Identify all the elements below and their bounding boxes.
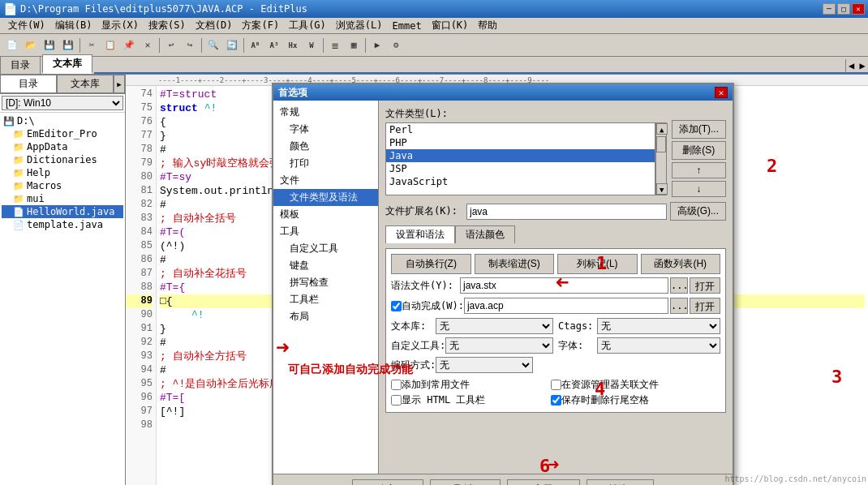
cb-html-toolbar[interactable] [391, 395, 402, 406]
auto-wrap-btn[interactable]: 自动换行(Z) [391, 254, 471, 274]
maximize-button[interactable]: □ [837, 3, 850, 15]
dialog-close-button[interactable]: ✕ [715, 87, 728, 98]
func-list-btn[interactable]: 函数列表(H) [641, 254, 721, 274]
apply-button[interactable]: ← 应用(U) [507, 479, 580, 485]
menu-emmet[interactable]: Emmet [388, 19, 427, 33]
ft-perl[interactable]: Perl [386, 123, 655, 136]
new-button[interactable]: 📄 [3, 36, 21, 54]
cb-common-file[interactable] [391, 380, 402, 390]
save-button[interactable]: 💾 [41, 36, 58, 54]
syntax-open-btn[interactable]: 打开 [690, 277, 720, 294]
scroll-thumb[interactable] [656, 136, 666, 152]
customtool-select[interactable]: 无 [445, 337, 553, 354]
cat-tools[interactable]: 工具 [273, 223, 378, 240]
ft-php[interactable]: PHP [386, 136, 655, 149]
tree-item-template[interactable]: 📄 template.java [2, 218, 123, 231]
tab-arrow[interactable]: ◀ [845, 59, 857, 74]
cat-spellcheck[interactable]: 拼写检查 [273, 274, 378, 291]
autocomplete-checkbox[interactable] [391, 301, 402, 311]
cat-file[interactable]: 文件 [273, 172, 378, 189]
redo-button[interactable]: ↪ [181, 36, 199, 54]
format-btn2[interactable]: A³ [265, 36, 283, 54]
tab-settings-syntax[interactable]: 设置和语法 [385, 225, 455, 243]
format-btn3[interactable]: Hx [284, 36, 302, 54]
tab-syntax-color[interactable]: 语法颜色 [455, 225, 515, 243]
scroll-up[interactable]: ▲ [656, 123, 668, 135]
tree-item-dictionaries[interactable]: 📁 Dictionaries [2, 153, 123, 166]
cb-explorer[interactable] [551, 380, 561, 390]
debug-btn[interactable]: ⚙ [387, 36, 405, 54]
tree-item-appdata[interactable]: 📁 AppData [2, 140, 123, 153]
scroll-down[interactable]: ▼ [656, 183, 668, 195]
sidebar-tab-textlib[interactable]: 文本库 [57, 75, 114, 93]
undo-button[interactable]: ↩ [162, 36, 180, 54]
menu-edit[interactable]: 编辑(B) [50, 17, 97, 34]
replace-button[interactable]: 🔄 [223, 36, 241, 54]
autocomplete-input[interactable] [464, 298, 668, 314]
cat-color[interactable]: 颜色 [273, 138, 378, 155]
ft-javascript[interactable]: JavaScript [386, 175, 655, 188]
tab-arrow-right[interactable]: ▶ [857, 59, 868, 74]
encoding-select[interactable]: 无 [436, 357, 533, 373]
ctags-select[interactable]: 无 [597, 318, 720, 334]
cancel-button[interactable]: ✕ 取消(X) [430, 479, 501, 485]
open-button[interactable]: 📂 [22, 36, 40, 54]
format-btn4[interactable]: W [303, 36, 320, 54]
cat-general[interactable]: 常规 [273, 104, 378, 121]
paste-button[interactable]: 📌 [120, 36, 138, 54]
cat-font[interactable]: 字体 [273, 121, 378, 138]
menu-view[interactable]: 显示(X) [97, 17, 144, 34]
help-button[interactable]: ? 帮助(B) [587, 479, 655, 485]
autocomplete-open-btn[interactable]: 打开 [690, 298, 720, 314]
tab-textlib[interactable]: 文本库 [42, 54, 92, 74]
ok-button[interactable]: ✔ 确定(O) [352, 479, 423, 485]
tree-item-macros[interactable]: 📁 Macros [2, 179, 123, 192]
sidebar-tab-dir[interactable]: 目录 [0, 75, 57, 93]
syntax-dots-btn[interactable]: ... [670, 277, 688, 294]
save-all-button[interactable]: 💾 [59, 36, 77, 54]
sidebar-expand[interactable]: ▶ [114, 75, 125, 93]
menu-search[interactable]: 搜索(S) [144, 17, 191, 34]
move-down-button[interactable]: ↓ [672, 181, 726, 197]
cb-remove-trailing[interactable] [551, 395, 561, 406]
ft-java[interactable]: Java [386, 149, 655, 162]
run-btn[interactable]: ▶ [368, 36, 386, 54]
menu-doc[interactable]: 文档(D) [191, 17, 238, 34]
tree-item-helloworld[interactable]: 📄 HelloWorld.java [2, 205, 123, 218]
ext-input[interactable] [466, 204, 667, 220]
delete-button[interactable]: ✕ [139, 36, 157, 54]
cat-toolbar[interactable]: 工具栏 [273, 291, 378, 308]
grid-btn[interactable]: ▦ [345, 36, 363, 54]
menu-file[interactable]: 文件(W) [3, 17, 50, 34]
tree-item-help[interactable]: 📁 Help [2, 166, 123, 179]
format-btn1[interactable]: Aᴮ [247, 36, 264, 54]
move-up-button[interactable]: ↑ [672, 162, 726, 178]
cat-filetype[interactable]: 文件类型及语法 [273, 189, 378, 206]
delete-filetype-button[interactable]: 删除(S) [672, 141, 726, 160]
tree-item-emeditor[interactable]: 📁 EmEditor_Pro [2, 127, 123, 140]
ft-jsp[interactable]: JSP [386, 162, 655, 175]
cat-keyboard[interactable]: 键盘 [273, 257, 378, 274]
menu-tools[interactable]: 工具(G) [284, 17, 331, 34]
cat-layout[interactable]: 布局 [273, 308, 378, 325]
menu-window[interactable]: 窗口(K) [427, 17, 474, 34]
find-button[interactable]: 🔍 [204, 36, 222, 54]
menu-help[interactable]: 帮助 [473, 17, 502, 34]
textlib-select[interactable]: 无 [436, 318, 553, 334]
cat-custom-tools[interactable]: 自定义工具 [273, 240, 378, 257]
tab-directory[interactable]: 目录 [0, 56, 41, 74]
drive-select[interactable]: [D]: Win10 [2, 96, 123, 110]
menu-project[interactable]: 方案(F) [237, 17, 284, 34]
cat-template[interactable]: 模板 [273, 206, 378, 223]
font-select[interactable]: 无 [597, 337, 720, 354]
tab-indent-btn[interactable]: 制表缩进(S) [475, 254, 555, 274]
minimize-button[interactable]: ─ [823, 3, 836, 15]
menu-browser[interactable]: 浏览器(L) [331, 17, 388, 34]
advanced-button[interactable]: 高级(G)... [670, 202, 726, 221]
filetype-listbox[interactable]: Perl PHP Java JSP JavaScript [385, 122, 655, 195]
autocomplete-dots-btn[interactable]: ... [670, 298, 688, 314]
align-btn[interactable]: ≡ [326, 36, 344, 54]
tree-item-drive[interactable]: 💾 D:\ [2, 114, 123, 127]
tree-item-mui[interactable]: 📁 mui [2, 192, 123, 205]
cat-print[interactable]: 打印 [273, 155, 378, 172]
